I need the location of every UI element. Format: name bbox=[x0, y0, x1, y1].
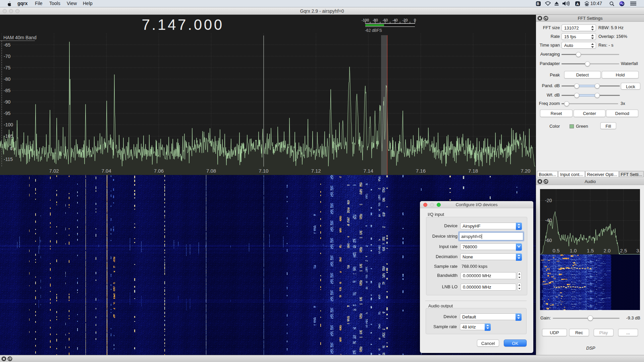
svg-text:2.0: 2.0 bbox=[604, 248, 611, 253]
svg-text:2.5: 2.5 bbox=[620, 248, 627, 253]
svg-text:7.16: 7.16 bbox=[416, 168, 426, 174]
svg-text:7.12: 7.12 bbox=[311, 168, 321, 174]
svg-text:-70: -70 bbox=[4, 54, 10, 59]
svg-text:-105: -105 bbox=[4, 133, 13, 139]
svg-text:0.5: 0.5 bbox=[553, 248, 560, 253]
svg-text:7.04: 7.04 bbox=[102, 168, 111, 174]
svg-text:-80: -80 bbox=[4, 76, 10, 82]
svg-text:7.20: 7.20 bbox=[521, 168, 530, 174]
svg-text:-95: -95 bbox=[4, 111, 10, 116]
svg-text:7.02: 7.02 bbox=[49, 168, 59, 174]
svg-text:-85: -85 bbox=[4, 88, 10, 93]
svg-text:-100: -100 bbox=[4, 122, 13, 127]
svg-text:-90: -90 bbox=[4, 99, 10, 105]
svg-text:-65: -65 bbox=[4, 42, 10, 48]
svg-text:7.08: 7.08 bbox=[206, 168, 216, 174]
svg-text:3.: 3. bbox=[636, 248, 640, 253]
svg-text:1.0: 1.0 bbox=[570, 248, 577, 253]
svg-text:-62 dBFS: -62 dBFS bbox=[365, 28, 382, 33]
svg-text:7.10: 7.10 bbox=[259, 168, 268, 174]
svg-text:A: A bbox=[576, 2, 579, 6]
svg-text:-115: -115 bbox=[4, 157, 13, 162]
svg-text:7.18: 7.18 bbox=[468, 168, 478, 174]
svg-text:7.147.000: 7.147.000 bbox=[142, 16, 224, 33]
svg-text:-20: -20 bbox=[545, 198, 552, 203]
svg-text:-75: -75 bbox=[4, 65, 10, 70]
svg-text:7.06: 7.06 bbox=[154, 168, 164, 174]
svg-text:HAM 40m Band: HAM 40m Band bbox=[3, 35, 37, 40]
svg-text:-60: -60 bbox=[545, 238, 552, 243]
svg-text:1.5: 1.5 bbox=[587, 248, 594, 253]
svg-text:B: B bbox=[537, 2, 539, 6]
svg-text:7.14: 7.14 bbox=[364, 168, 373, 174]
